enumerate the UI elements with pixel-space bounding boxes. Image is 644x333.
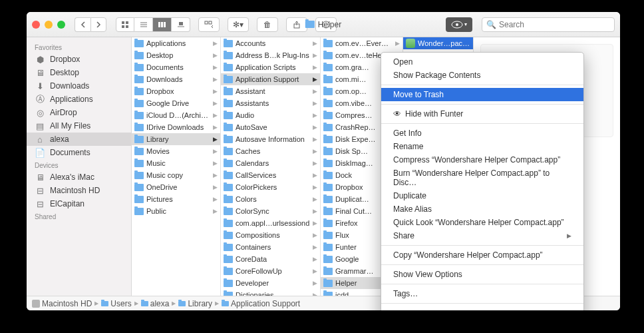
column-item[interactable]: iCloud D…(Archive)▶ bbox=[132, 109, 220, 121]
sidebar-item-elcapitan[interactable]: ⊟ElCapitan bbox=[27, 197, 131, 210]
column-item[interactable]: Music copy▶ bbox=[132, 169, 220, 181]
column-item[interactable]: ColorSync▶ bbox=[221, 205, 320, 217]
column-item-label: CallServices bbox=[236, 171, 310, 179]
menu-item-show-view-options[interactable]: Show View Options bbox=[381, 268, 583, 281]
column-item[interactable]: Assistants▶ bbox=[221, 97, 320, 109]
column-item[interactable]: Address B…k Plug-Ins▶ bbox=[221, 49, 320, 61]
close-icon[interactable] bbox=[32, 21, 40, 29]
path-segment[interactable]: Users bbox=[101, 299, 131, 308]
search-field[interactable]: 🔍 bbox=[482, 17, 615, 32]
column-item[interactable]: Autosave Information▶ bbox=[221, 133, 320, 145]
gear-icon: ✻▾ bbox=[233, 20, 243, 29]
column-item[interactable]: Music▶ bbox=[132, 157, 220, 169]
column-1[interactable]: Applications▶Desktop▶Documents▶Downloads… bbox=[132, 37, 221, 296]
column-item[interactable]: Containers▶ bbox=[221, 241, 320, 253]
column-item[interactable]: CallServices▶ bbox=[221, 169, 320, 181]
column-item[interactable]: com.appl…urlsessiond▶ bbox=[221, 217, 320, 229]
menu-item-duplicate[interactable]: Duplicate bbox=[381, 189, 583, 202]
menu-item-quick-look-wondershare-helper-[interactable]: Quick Look “Wondershare Helper Compact.a… bbox=[381, 216, 583, 229]
sidebar-item-macintosh-hd[interactable]: ⊟Macintosh HD bbox=[27, 184, 131, 197]
chevron-right-icon: ▶ bbox=[313, 220, 317, 226]
column-item[interactable]: CoreFollowUp▶ bbox=[221, 265, 320, 277]
column-item[interactable]: AutoSave▶ bbox=[221, 121, 320, 133]
column-item[interactable]: Documents▶ bbox=[132, 61, 220, 73]
column-item[interactable]: Downloads▶ bbox=[132, 73, 220, 85]
search-input[interactable] bbox=[499, 20, 610, 29]
folder-icon bbox=[224, 100, 233, 107]
column-item[interactable]: Applications▶ bbox=[132, 37, 220, 49]
share-button[interactable] bbox=[286, 17, 307, 32]
sidebar-item-downloads[interactable]: ⬇Downloads bbox=[27, 79, 131, 93]
menu-item-hide-with-funter[interactable]: 👁Hide with Funter bbox=[381, 107, 583, 121]
forward-button[interactable] bbox=[90, 17, 106, 32]
column-item[interactable]: Application Support▶ bbox=[221, 73, 320, 85]
column-item[interactable]: Dictionaries▶ bbox=[221, 289, 320, 296]
menu-item-show-package-contents[interactable]: Show Package Contents bbox=[381, 69, 583, 82]
sidebar-item-documents[interactable]: 📄Documents bbox=[27, 146, 131, 159]
menu-item-copy-wondershare-helper-compac[interactable]: Copy “Wondershare Helper Compact.app” bbox=[381, 248, 583, 262]
column-item[interactable]: com.ev…Evernote▶ bbox=[321, 37, 402, 49]
column-item[interactable]: Assistant▶ bbox=[221, 85, 320, 97]
column-2[interactable]: Accounts▶Address B…k Plug-Ins▶Applicatio… bbox=[221, 37, 321, 296]
sidebar-item-applications[interactable]: ⒶApplications bbox=[27, 93, 131, 106]
view-list-button[interactable] bbox=[134, 17, 153, 32]
view-columns-button[interactable] bbox=[153, 17, 172, 32]
column-item[interactable]: Accounts▶ bbox=[221, 37, 320, 49]
column-item[interactable]: Google Drive▶ bbox=[132, 97, 220, 109]
menu-item-move-to-trash[interactable]: Move to Trash bbox=[381, 88, 583, 101]
column-item[interactable]: Desktop▶ bbox=[132, 49, 220, 61]
column-item[interactable]: Calendars▶ bbox=[221, 157, 320, 169]
funter-toggle-button[interactable]: ▾ bbox=[446, 17, 472, 32]
column-item[interactable]: ColorPickers▶ bbox=[221, 181, 320, 193]
menu-item-burn-wondershare-helper-compac[interactable]: Burn “Wondershare Helper Compact.app” to… bbox=[381, 166, 583, 189]
menu-item-tags-[interactable]: Tags… bbox=[381, 287, 583, 300]
minimize-icon[interactable] bbox=[45, 21, 53, 29]
column-item[interactable]: Audio▶ bbox=[221, 109, 320, 121]
menu-item-get-info[interactable]: Get Info bbox=[381, 127, 583, 140]
menu-item-share[interactable]: Share bbox=[381, 229, 583, 242]
action-button[interactable]: ✻▾ bbox=[228, 17, 249, 32]
sidebar-item-alexa[interactable]: ⌂alexa bbox=[27, 133, 131, 146]
view-icon-button[interactable] bbox=[116, 17, 134, 32]
column-item[interactable]: Movies▶ bbox=[132, 145, 220, 157]
back-button[interactable] bbox=[75, 17, 90, 32]
menu-item-make-alias[interactable]: Make Alias bbox=[381, 202, 583, 216]
trash-button[interactable]: 🗑 bbox=[257, 17, 278, 32]
sidebar-item-airdrop[interactable]: ◎AirDrop bbox=[27, 106, 131, 119]
column-item[interactable]: Colors▶ bbox=[221, 193, 320, 205]
chevron-right-icon: ▶ bbox=[134, 300, 138, 306]
menu-item-compress-wondershare-helper-co[interactable]: Compress “Wondershare Helper Compact.app… bbox=[381, 153, 583, 166]
column-item[interactable]: Pictures▶ bbox=[132, 193, 220, 205]
column-item[interactable]: CoreData▶ bbox=[221, 253, 320, 265]
chevron-right-icon: ▶ bbox=[313, 64, 317, 71]
column-item[interactable]: OneDrive▶ bbox=[132, 181, 220, 193]
menu-item-rename[interactable]: Rename bbox=[381, 140, 583, 153]
column-item-label: CoreData bbox=[236, 255, 310, 263]
column-item[interactable]: IDrive Downloads▶ bbox=[132, 121, 220, 133]
folder-icon bbox=[224, 208, 233, 215]
path-segment[interactable]: Application Support bbox=[222, 299, 300, 308]
sidebar-item-desktop[interactable]: 🖥Desktop bbox=[27, 66, 131, 79]
path-segment[interactable]: Macintosh HD bbox=[32, 299, 92, 308]
apps-icon: Ⓐ bbox=[35, 95, 45, 104]
folder-icon bbox=[134, 160, 144, 167]
column-item[interactable]: Compositions▶ bbox=[221, 229, 320, 241]
menu-item-open[interactable]: Open bbox=[381, 55, 583, 69]
arrange-button[interactable] bbox=[198, 17, 220, 32]
sidebar-item-alexa-s-imac[interactable]: 🖥Alexa's iMac bbox=[27, 170, 131, 184]
folder-icon bbox=[323, 220, 333, 227]
sidebar-item-all-my-files[interactable]: ▤All My Files bbox=[27, 119, 131, 133]
column-item[interactable]: Application Scripts▶ bbox=[221, 61, 320, 73]
path-segment[interactable]: alexa bbox=[141, 299, 170, 308]
column-item[interactable]: Caches▶ bbox=[221, 145, 320, 157]
column-item[interactable]: Public▶ bbox=[132, 205, 220, 217]
column-item[interactable]: Dropbox▶ bbox=[132, 85, 220, 97]
sidebar-item-dropbox[interactable]: ⬢Dropbox bbox=[27, 53, 131, 66]
column-item[interactable]: Library▶ bbox=[132, 133, 220, 145]
path-segment[interactable]: Library bbox=[178, 299, 212, 308]
zoom-icon[interactable] bbox=[57, 21, 65, 29]
chevron-right-icon: ▶ bbox=[313, 160, 317, 166]
column-item[interactable]: Developer▶ bbox=[221, 277, 320, 289]
column-item[interactable]: Wonder…pact.app bbox=[403, 37, 473, 49]
view-coverflow-button[interactable] bbox=[172, 17, 190, 32]
